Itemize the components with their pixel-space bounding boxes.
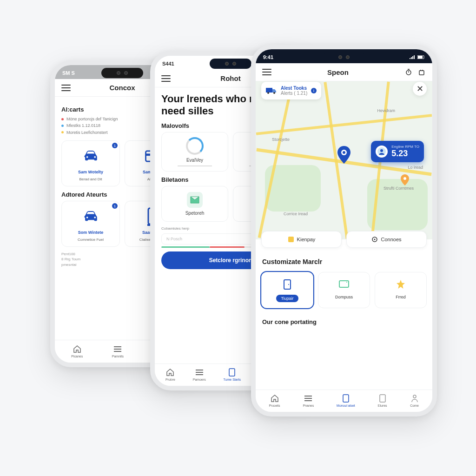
alert-card-car[interactable]: 1 Sam Wotelty Berad and Dit <box>61 140 120 186</box>
svg-point-15 <box>403 177 406 180</box>
nav-label: Monoul alset <box>337 404 355 407</box>
svg-text:i: i <box>313 88 314 93</box>
map-tooltip[interactable]: Engiine RPM TO 5.23 <box>371 141 424 162</box>
star-icon <box>394 278 407 291</box>
subheading: Our cone portating <box>256 312 432 327</box>
map-label: Strufti Corntmes <box>383 186 414 191</box>
nav-label: Come <box>410 404 419 407</box>
nav-menu[interactable]: Pamnits <box>112 344 124 358</box>
customize-card[interactable]: Dompuss <box>318 272 370 308</box>
car-icon <box>80 206 101 227</box>
badge-icon: 1 <box>112 143 118 148</box>
svg-rect-30 <box>343 395 349 402</box>
close-icon: ✕ <box>416 84 423 94</box>
svg-rect-12 <box>419 71 424 75</box>
menu-icon[interactable] <box>262 69 271 75</box>
nav-item[interactable]: Pnanes <box>303 394 314 407</box>
menu-icon[interactable] <box>161 75 171 82</box>
customize-card[interactable]: Tiupair <box>261 272 313 308</box>
svg-point-32 <box>413 395 416 398</box>
section-title: Customizate Marclr <box>256 251 432 269</box>
svg-rect-28 <box>339 281 349 287</box>
page-title: Speon <box>327 68 349 76</box>
svg-rect-18 <box>266 88 272 93</box>
card-sublabel: Comnetice Fuel <box>78 238 104 242</box>
nav-label: Probre <box>165 378 175 381</box>
notch <box>323 52 365 62</box>
card-sublabel: Berad and Dit <box>79 177 102 181</box>
card-label: Som Wintete <box>78 230 103 235</box>
chip-label: Dompuss <box>335 295 353 299</box>
map-label: Storcjette <box>272 137 290 142</box>
tooltip-value: 5.23 <box>391 149 419 159</box>
notch <box>210 59 251 69</box>
box-icon <box>288 236 294 243</box>
menu-icon <box>113 344 122 354</box>
nav-label: Pamnits <box>112 355 124 358</box>
chip-label: Frred <box>396 295 406 299</box>
nav-label: Elures <box>378 404 387 407</box>
seg-label: Kienpay <box>297 237 316 242</box>
doc-icon <box>227 368 237 377</box>
segment-button[interactable]: Connoes <box>346 231 427 248</box>
mail-icon <box>187 192 203 208</box>
svg-rect-6 <box>229 369 235 376</box>
segment-button[interactable]: Kienpay <box>261 231 342 248</box>
top-bar: Speon <box>256 63 432 81</box>
target-icon <box>371 236 378 243</box>
nav-item[interactable]: Prooets <box>269 394 280 407</box>
alert-card-fuel[interactable]: 1 Som Wintete Comnetice Fuel <box>61 201 120 247</box>
close-button[interactable]: ✕ <box>413 82 427 96</box>
user-icon <box>410 394 419 403</box>
tooltip-label: Engiine RPM TO <box>391 145 419 149</box>
svg-point-17 <box>380 149 383 152</box>
bullet-item: Moretis Leefichonstert <box>66 129 108 136</box>
truck-icon <box>266 86 277 95</box>
svg-rect-31 <box>380 395 385 402</box>
menu-icon <box>195 368 204 377</box>
avatar-icon <box>376 145 388 158</box>
menu-icon[interactable] <box>61 85 71 91</box>
car-icon <box>80 145 101 167</box>
map-marker-icon[interactable] <box>401 174 409 185</box>
svg-rect-26 <box>284 280 291 289</box>
chip-title: Alest Tooks <box>281 86 307 91</box>
nav-item[interactable]: Probre <box>165 368 175 381</box>
menu-icon <box>304 394 313 403</box>
seg-label: Connoes <box>381 237 401 242</box>
nav-home[interactable]: Picanes <box>71 344 83 358</box>
doc-icon <box>341 394 350 403</box>
svg-point-19 <box>267 92 269 94</box>
map-label: Lo iread <box>408 165 423 170</box>
nav-label: Picanes <box>71 355 83 358</box>
map-label: Corrice Iread <box>284 212 308 216</box>
action-card[interactable]: Spetoreh <box>161 186 228 222</box>
map-view[interactable]: Hevidram Storcjette Strufti Corntmes Cor… <box>256 81 432 239</box>
bullet-item: Mlestks 1.12.0118 <box>66 122 100 129</box>
map-label: Hevidram <box>377 108 395 113</box>
customize-card[interactable]: Frred <box>375 272 427 308</box>
notch <box>101 68 143 78</box>
status-time: SM S <box>62 70 75 76</box>
nav-item[interactable]: Come <box>410 394 419 407</box>
settings-icon[interactable] <box>417 68 426 76</box>
svg-rect-10 <box>418 56 423 59</box>
nav-item[interactable]: Tume Slarts <box>224 368 241 381</box>
nav-item[interactable]: Pamoers <box>193 368 206 381</box>
screen-icon <box>337 278 350 291</box>
svg-rect-23 <box>288 237 294 242</box>
bottom-nav: Prooets Pnanes Monoul alset Elures Come <box>256 390 432 412</box>
nav-item[interactable]: Monoul alset <box>337 394 355 407</box>
alert-chip[interactable]: Alest Tooks Alerts ( 1.21) i <box>261 82 321 99</box>
status-time: 9:41 <box>263 54 273 60</box>
bullet-item: Möne portorojs def Tanicign <box>66 116 118 122</box>
metric-card[interactable]: EvalVey <box>161 132 228 172</box>
page-title: Rohot <box>220 74 240 82</box>
status-time: S441 <box>162 61 174 66</box>
svg-point-27 <box>288 284 289 285</box>
chip-label: Tiupair <box>276 295 298 302</box>
map-pin-icon[interactable] <box>337 146 350 164</box>
nav-label: Prooets <box>269 404 280 407</box>
nav-item[interactable]: Elures <box>378 394 387 407</box>
timer-icon[interactable] <box>404 68 413 76</box>
